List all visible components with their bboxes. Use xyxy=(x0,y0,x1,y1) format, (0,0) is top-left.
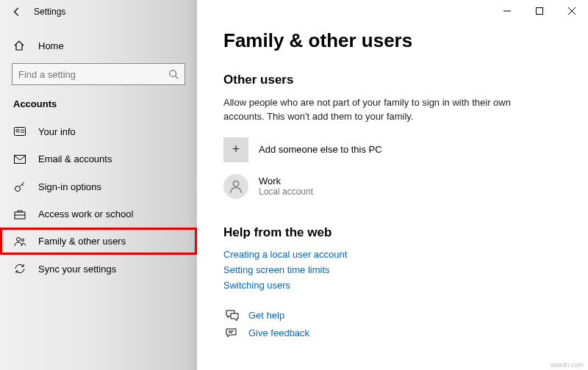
help-link[interactable]: Setting screen time limits xyxy=(223,264,562,275)
help-heading: Help from the web xyxy=(223,225,562,240)
page-content: Family & other users Other users Allow p… xyxy=(197,0,588,354)
other-users-description: Allow people who are not part of your fa… xyxy=(223,96,532,124)
search-input[interactable] xyxy=(18,69,168,80)
chat-icon xyxy=(223,310,241,322)
help-link[interactable]: Switching users xyxy=(223,280,562,291)
sidebar-item-family-users[interactable]: Family & other users xyxy=(0,228,197,255)
svg-point-7 xyxy=(21,239,24,241)
give-feedback-row: Give feedback xyxy=(223,327,562,339)
get-help-row: Get help xyxy=(223,310,562,322)
sidebar-item-label: Sync your settings xyxy=(38,264,116,275)
sidebar-item-label: Your info xyxy=(38,126,76,137)
sidebar-item-signin-options[interactable]: Sign-in options xyxy=(0,173,197,200)
home-label: Home xyxy=(38,40,64,51)
maximize-button[interactable] xyxy=(523,0,556,22)
user-type: Local account xyxy=(259,186,313,197)
sidebar-item-label: Email & accounts xyxy=(38,153,112,164)
feedback-icon xyxy=(223,327,241,339)
briefcase-icon xyxy=(13,209,26,220)
help-link[interactable]: Creating a local user account xyxy=(223,249,562,260)
give-feedback-link[interactable]: Give feedback xyxy=(248,327,309,338)
person-card-icon xyxy=(13,127,26,137)
plus-icon: + xyxy=(223,137,248,162)
sidebar-item-label: Sign-in options xyxy=(38,181,101,192)
minimize-button[interactable] xyxy=(491,0,523,22)
get-help-link[interactable]: Get help xyxy=(248,310,284,321)
people-icon xyxy=(13,236,26,247)
search-box[interactable] xyxy=(12,63,185,85)
svg-point-0 xyxy=(170,70,176,77)
sidebar-item-sync[interactable]: Sync your settings xyxy=(0,255,197,283)
close-button[interactable] xyxy=(556,0,588,22)
watermark: wsxdn.com xyxy=(551,361,584,369)
sidebar-item-label: Family & other users xyxy=(38,236,126,247)
home-button[interactable]: Home xyxy=(0,32,197,59)
help-links: Creating a local user account Setting sc… xyxy=(223,249,562,291)
window-title: Settings xyxy=(34,7,65,17)
sidebar-item-your-info[interactable]: Your info xyxy=(0,118,197,145)
user-name: Work xyxy=(259,175,313,186)
add-user-button[interactable]: + Add someone else to this PC xyxy=(223,137,562,162)
page-title: Family & other users xyxy=(223,29,562,52)
back-button[interactable] xyxy=(6,1,28,23)
titlebar: Settings xyxy=(0,0,197,23)
sync-icon xyxy=(13,263,26,275)
home-icon xyxy=(13,40,26,51)
sidebar-item-label: Access work or school xyxy=(38,208,133,220)
svg-rect-8 xyxy=(537,8,543,15)
main-content: Family & other users Other users Allow p… xyxy=(197,0,588,370)
svg-point-9 xyxy=(233,181,239,186)
svg-point-4 xyxy=(15,186,21,192)
svg-point-2 xyxy=(16,129,19,132)
sidebar-item-email-accounts[interactable]: Email & accounts xyxy=(0,145,197,173)
email-icon xyxy=(13,155,26,164)
avatar-icon xyxy=(223,174,248,199)
svg-rect-3 xyxy=(15,155,26,163)
search-icon xyxy=(168,69,179,79)
key-icon xyxy=(13,181,26,192)
window-controls xyxy=(491,0,588,22)
user-meta: Work Local account xyxy=(259,175,313,197)
other-users-heading: Other users xyxy=(223,73,562,87)
svg-point-6 xyxy=(17,237,21,241)
add-user-label: Add someone else to this PC xyxy=(259,144,382,155)
section-heading: Accounts xyxy=(0,92,197,118)
search-container xyxy=(0,59,197,92)
user-account-item[interactable]: Work Local account xyxy=(223,174,562,199)
sidebar-item-work-school[interactable]: Access work or school xyxy=(0,200,197,228)
sidebar: Settings Home Accounts Your info Email &… xyxy=(0,0,197,370)
